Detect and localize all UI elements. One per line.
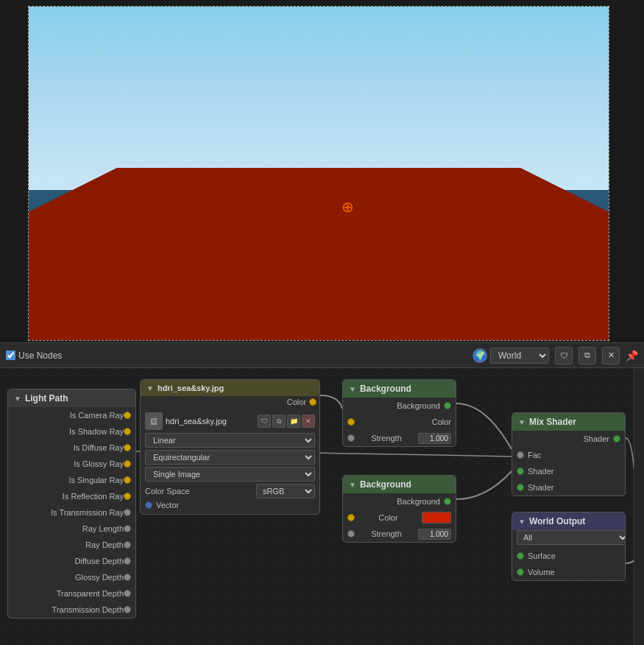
world-selector[interactable]: 🌍 World [473, 348, 549, 364]
bg-bottom-strength-label: Strength [371, 529, 402, 538]
image-preview-row: 🖼 hdri_sea&sky.jpg 🛡 ⧉ 📁 ✕ [145, 412, 315, 430]
glossy-ray-label: Is Glossy Ray [13, 459, 124, 468]
vector-label: Vector [156, 501, 179, 510]
node-background-bottom: ▼ Background Background Color Strength [342, 475, 456, 543]
image-content: 🖼 hdri_sea&sky.jpg 🛡 ⧉ 📁 ✕ Linear Equire… [141, 408, 319, 514]
glossy-ray-socket [124, 460, 131, 468]
crosshair: ⊕ [340, 200, 355, 214]
world-volume-label: Volume [528, 568, 555, 577]
reflection-ray-socket [124, 493, 131, 500]
node-light-path: ▼ Light Path Is Camera Ray Is Shadow Ray… [7, 389, 136, 618]
colorspace-row: Color Space sRGB [145, 484, 315, 498]
viewport: ⊕ [28, 6, 609, 341]
mix-fac-socket [517, 451, 524, 459]
copy-img-btn[interactable]: ⧉ [272, 415, 286, 428]
transmission-ray-label: Is Transmission Ray [13, 508, 124, 517]
ray-length-label: Ray Length [13, 524, 124, 533]
bg-bottom-output-socket [444, 498, 451, 505]
use-nodes-checkbox-container[interactable]: Use Nodes [6, 350, 62, 361]
transmission-depth-socket [124, 606, 131, 613]
node-row-glossy-depth: Glossy Depth [8, 569, 135, 585]
world-output-all-dropdown[interactable]: All [517, 530, 626, 545]
interpolation-dropdown[interactable]: Linear [145, 433, 315, 448]
mix-shader-output-socket [613, 435, 620, 443]
node-row-ray-length: Ray Length [8, 521, 135, 537]
colorspace-dropdown[interactable]: sRGB [256, 484, 315, 498]
mix-shader2-label: Shader [528, 483, 620, 492]
image-filename: hdri_sea&sky.jpg [166, 417, 255, 426]
node-row-transmission-ray: Is Transmission Ray [8, 504, 135, 521]
bg-bottom-triangle: ▼ [349, 481, 356, 489]
transmission-depth-label: Transmission Depth [13, 605, 124, 614]
color-output-row: Color [141, 396, 319, 408]
mix-shader2-socket [517, 484, 524, 491]
mix-shader-output-row: Shader [512, 431, 625, 447]
mix-title: Mix Shader [529, 417, 619, 427]
bg-top-triangle: ▼ [349, 385, 356, 393]
light-path-triangle: ▼ [14, 395, 21, 403]
bg-top-title: Background [360, 384, 450, 394]
close-button[interactable]: ✕ [602, 347, 620, 364]
shadow-ray-label: Is Shadow Ray [13, 427, 124, 436]
node-row-transparent-depth: Transparent Depth [8, 585, 135, 602]
colorspace-label: Color Space [145, 487, 190, 496]
glossy-depth-label: Glossy Depth [13, 573, 124, 582]
node-row-camera-ray: Is Camera Ray [8, 407, 135, 423]
bg-top-strength-value[interactable] [418, 433, 451, 444]
world-surface-label: Surface [528, 551, 556, 560]
node-image-texture: ▼ hdri_sea&sky.jpg Color 🖼 hdri_sea&sky.… [140, 379, 320, 515]
shield-img-btn[interactable]: 🛡 [258, 415, 271, 428]
projection-dropdown[interactable]: Equirectangular [145, 450, 315, 465]
diffuse-depth-socket [124, 557, 131, 565]
transparent-depth-socket [124, 590, 131, 597]
node-row-transmission-depth: Transmission Depth [8, 602, 135, 618]
node-row-diffuse-ray: Is Diffuse Ray [8, 440, 135, 456]
node-row-ray-depth: Ray Depth [8, 537, 135, 553]
bg-bottom-color-row: Color [343, 510, 456, 526]
world-surface-row: Surface [512, 548, 625, 564]
use-nodes-checkbox[interactable] [6, 350, 15, 360]
world-volume-socket [517, 568, 524, 576]
close-img-btn[interactable]: ✕ [302, 415, 315, 428]
bg-bottom-color-swatch[interactable] [422, 512, 451, 524]
image-buttons: 🛡 ⧉ 📁 ✕ [258, 415, 315, 428]
shield-button[interactable]: 🛡 [555, 347, 573, 364]
pin-icon[interactable]: 📌 [626, 350, 638, 362]
world-dropdown[interactable]: World [490, 348, 549, 364]
bg-top-color-row: Color [343, 414, 456, 430]
bg-top-color-input [347, 418, 355, 426]
image-title: hdri_sea&sky.jpg [158, 384, 314, 392]
singular-ray-socket [124, 476, 131, 484]
source-dropdown[interactable]: Single Image [145, 467, 315, 482]
bg-bottom-color-input [347, 514, 355, 521]
ray-depth-socket [124, 541, 131, 549]
transmission-ray-socket [124, 509, 131, 516]
vector-row: Vector [145, 501, 315, 510]
bg-bottom-color-label: Color [378, 513, 397, 522]
bg-top-output-socket [444, 402, 451, 409]
world-volume-row: Volume [512, 564, 625, 580]
node-row-diffuse-depth: Diffuse Depth [8, 553, 135, 569]
glossy-depth-socket [124, 574, 131, 581]
diffuse-ray-label: Is Diffuse Ray [13, 443, 124, 452]
mix-triangle: ▼ [518, 418, 526, 426]
bg-top-background-label: Background [397, 401, 440, 410]
node-row-shadow-ray: Is Shadow Ray [8, 423, 135, 440]
right-scrollbar[interactable] [634, 368, 644, 645]
bg-top-strength-input [347, 434, 355, 442]
copy-button[interactable]: ⧉ [578, 347, 596, 364]
mix-shader-header: ▼ Mix Shader [512, 413, 625, 431]
light-path-title: Light Path [25, 393, 130, 403]
folder-img-btn[interactable]: 📁 [287, 415, 300, 428]
mix-shader1-label: Shader [528, 467, 620, 476]
image-triangle: ▼ [146, 384, 154, 392]
bg-top-strength-row: Strength [343, 430, 456, 446]
transparent-depth-label: Transparent Depth [13, 589, 124, 598]
bg-bottom-strength-value[interactable] [418, 529, 451, 540]
node-editor: ▼ Light Path Is Camera Ray Is Shadow Ray… [0, 368, 644, 645]
diffuse-ray-socket [124, 444, 131, 451]
mix-shader2-row: Shader [512, 479, 625, 496]
image-texture-header: ▼ hdri_sea&sky.jpg [141, 380, 319, 396]
color-output-label: Color [287, 398, 306, 406]
ray-length-socket [124, 525, 131, 532]
